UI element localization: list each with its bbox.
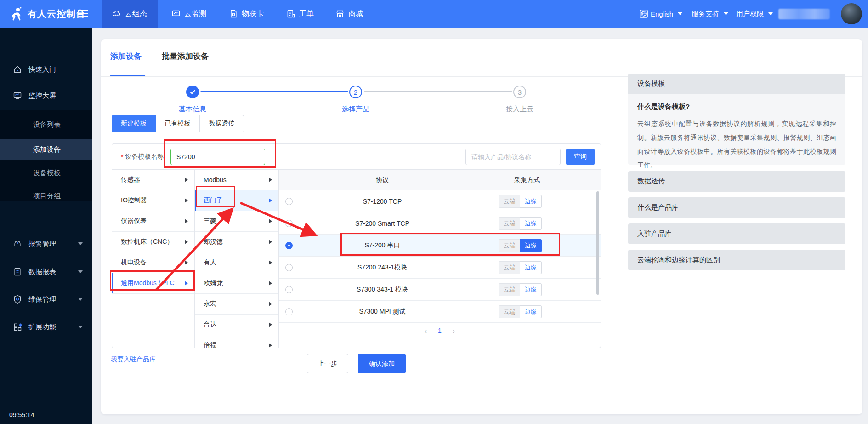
product-selector: * 设备模板名称 查询 传感器 IO控制器 仪器仪表 数控机床（CNC） 机电设… [112, 143, 601, 348]
protocol-row[interactable]: S7-200 Smart TCP 云端边缘 [279, 212, 601, 235]
sidebar-item-monitor-screen[interactable]: 监控大屏 [0, 86, 92, 106]
protocol-column-header: 协议 [279, 170, 486, 190]
cloud-mode-button[interactable]: 云端 [499, 239, 520, 252]
tab-batch-add-device[interactable]: 批量添加设备 [162, 51, 209, 62]
alarm-bell-icon [13, 239, 22, 248]
page-prev[interactable]: ‹ [425, 327, 427, 335]
nav-tab-work-order[interactable]: 工单 [278, 0, 322, 28]
help-panel-device-template[interactable]: 设备模板 [628, 74, 845, 94]
check-icon [189, 89, 196, 95]
brand-lonhand[interactable]: 郎汉德 [195, 232, 278, 252]
chevron-down-icon [724, 12, 728, 15]
page-next[interactable]: › [453, 327, 455, 335]
brand-usr[interactable]: 有人 [195, 252, 278, 273]
help-panel-cloud-vs-edge[interactable]: 云端轮询和边缘计算的区别 [628, 250, 845, 270]
main-card: 添加设备 批量添加设备 2 3 基本信息 选择产品 接入上云 新建模板 已有模板… [101, 39, 862, 414]
template-name-input[interactable] [170, 149, 265, 165]
tab-add-device[interactable]: 添加设备 [110, 51, 142, 62]
cloud-mode-button[interactable]: 云端 [499, 305, 520, 318]
edge-mode-button[interactable]: 边缘 [520, 261, 542, 274]
report-icon [13, 267, 22, 276]
previous-step-button[interactable]: 上一步 [307, 354, 348, 373]
template-name-row: * 设备模板名称 查询 [112, 144, 601, 170]
template-mode-tabs: 新建模板 已有模板 数据透传 [112, 115, 244, 132]
brand-omron[interactable]: 欧姆龙 [195, 273, 278, 294]
query-button[interactable]: 查询 [566, 149, 595, 165]
protocol-row[interactable]: S7-1200 TCP 云端边缘 [279, 190, 601, 212]
search-input[interactable] [465, 149, 561, 165]
device-submenu: 设备列表 添加设备 设备模板 项目分组 [0, 110, 92, 201]
sidebar-item-device-list[interactable]: 设备列表 [0, 115, 92, 135]
avatar[interactable] [841, 3, 862, 24]
nav-tab-iot-card[interactable]: 物联卡 [221, 0, 272, 28]
language-menu[interactable]: English [640, 0, 682, 28]
arrow-right-icon [269, 240, 272, 244]
big-screen-icon [13, 91, 22, 100]
edge-mode-button[interactable]: 边缘 [520, 217, 542, 230]
edge-mode-button[interactable]: 边缘 [520, 283, 542, 296]
help-panel-body: 什么是设备模板? 云组态系统中配置与设备数据协议的解析规则，实现远程采集和控制。… [628, 94, 845, 165]
confirm-add-button[interactable]: 确认添加 [358, 354, 406, 373]
sidebar-item-extensions[interactable]: 扩展功能 [0, 317, 92, 337]
hamburger-menu-icon[interactable] [78, 10, 88, 18]
chevron-down-icon [78, 326, 83, 328]
brand-beckhoff[interactable]: 倍福 [195, 335, 278, 348]
help-panel-what-is-product-library[interactable]: 什么是产品库 [628, 197, 845, 218]
brand-fatek[interactable]: 永宏 [195, 294, 278, 315]
cloud-mode-button[interactable]: 云端 [499, 195, 520, 208]
protocol-row[interactable]: S7300 MPI 测试 云端边缘 [279, 301, 601, 323]
arrow-right-icon [269, 178, 272, 182]
brand-mitsubishi[interactable]: 三菱 [195, 211, 278, 232]
brand-modbus[interactable]: Modbus [195, 170, 278, 190]
tab-existing-template[interactable]: 已有模板 [156, 115, 200, 132]
arrow-right-icon [185, 178, 188, 182]
page: 有人云控制台 云组态 云监测 物联卡 工单 商城 English 服务支持 [0, 0, 868, 424]
cloud-mode-button[interactable]: 云端 [499, 217, 520, 230]
scrollbar[interactable] [596, 191, 599, 295]
sidebar-item-alarm-management[interactable]: 报警管理 [0, 234, 92, 254]
nav-tab-cloud-monitor[interactable]: 云监测 [163, 0, 215, 28]
step-2-circle: 2 [349, 86, 362, 98]
sidebar-item-project-group[interactable]: 项目分组 [0, 186, 92, 206]
step-line-done [200, 91, 348, 92]
tab-new-template[interactable]: 新建模板 [112, 115, 156, 132]
cloud-mode-button[interactable]: 云端 [499, 283, 520, 296]
brand-delta[interactable]: 台达 [195, 315, 278, 335]
arrow-right-icon [269, 343, 272, 348]
help-panel-data-passthrough[interactable]: 数据透传 [628, 171, 845, 192]
tab-data-passthrough[interactable]: 数据透传 [200, 115, 244, 132]
join-product-library-link[interactable]: 我要入驻产品库 [111, 355, 156, 364]
edge-mode-button-active[interactable]: 边缘 [520, 239, 542, 252]
sim-card-icon [229, 9, 238, 18]
page-current[interactable]: 1 [438, 327, 442, 334]
sidebar-item-data-report[interactable]: 数据报表 [0, 262, 92, 282]
permissions-menu[interactable]: 用户权限 [736, 0, 773, 28]
nav-tab-mall[interactable]: 商城 [327, 0, 371, 28]
cloud-mode-button[interactable]: 云端 [499, 261, 520, 274]
protocol-row[interactable]: S7200 243-1模块 云端边缘 [279, 257, 601, 279]
protocol-row-selected[interactable]: S7-200 串口 云端边缘 [279, 235, 601, 257]
arrow-right-icon [269, 302, 272, 306]
brand-siemens[interactable]: 西门子 [195, 190, 278, 211]
arrow-right-icon [269, 260, 272, 265]
category-instrument[interactable]: 仪器仪表 [112, 211, 194, 232]
sidebar-item-device-template[interactable]: 设备模板 [0, 163, 92, 183]
protocol-row[interactable]: S7300 343-1 模块 云端边缘 [279, 279, 601, 301]
help-panel-join-product-library[interactable]: 入驻产品库 [628, 223, 845, 244]
category-sensor[interactable]: 传感器 [112, 170, 194, 190]
category-io-controller[interactable]: IO控制器 [112, 190, 194, 211]
edge-mode-button[interactable]: 边缘 [520, 305, 542, 318]
edge-mode-button[interactable]: 边缘 [520, 195, 542, 208]
nav-tab-cloud-scada[interactable]: 云组态 [102, 0, 158, 28]
sidebar-item-maintenance[interactable]: 维保管理 [0, 289, 92, 309]
category-electromechanical[interactable]: 机电设备 [112, 252, 194, 273]
category-cnc[interactable]: 数控机床（CNC） [112, 232, 194, 252]
pagination: ‹ 1 › [279, 323, 601, 338]
category-generic-modbus-plc[interactable]: 通用Modbus / PLC [112, 273, 194, 294]
support-menu[interactable]: 服务支持 [692, 0, 728, 28]
sidebar-item-add-device[interactable]: 添加设备 [0, 139, 92, 160]
help-answer: 云组态系统中配置与设备数据协议的解析规则，实现远程采集和控制。新版云服务将通讯协… [637, 117, 836, 172]
work-order-icon [286, 9, 295, 18]
arrow-right-icon [269, 322, 272, 327]
sidebar-item-quick-start[interactable]: 快速入门 [0, 59, 92, 80]
